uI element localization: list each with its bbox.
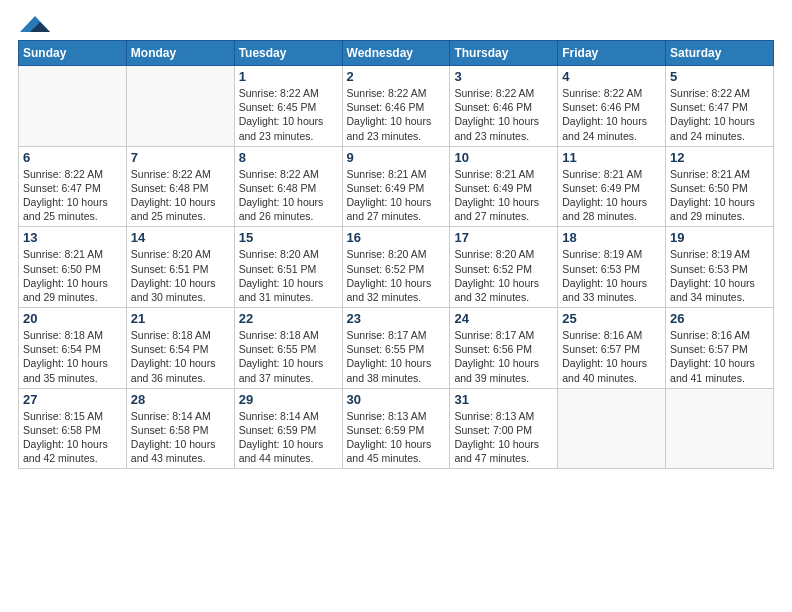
day-number: 2 <box>347 69 446 84</box>
day-number: 4 <box>562 69 661 84</box>
day-number: 24 <box>454 311 553 326</box>
cell-info: Sunrise: 8:19 AM Sunset: 6:53 PM Dayligh… <box>562 247 661 304</box>
calendar-cell: 20Sunrise: 8:18 AM Sunset: 6:54 PM Dayli… <box>19 308 127 389</box>
day-number: 5 <box>670 69 769 84</box>
calendar-cell: 26Sunrise: 8:16 AM Sunset: 6:57 PM Dayli… <box>666 308 774 389</box>
day-number: 13 <box>23 230 122 245</box>
calendar-cell: 30Sunrise: 8:13 AM Sunset: 6:59 PM Dayli… <box>342 388 450 469</box>
cell-info: Sunrise: 8:22 AM Sunset: 6:46 PM Dayligh… <box>562 86 661 143</box>
cell-info: Sunrise: 8:20 AM Sunset: 6:52 PM Dayligh… <box>347 247 446 304</box>
calendar-cell: 17Sunrise: 8:20 AM Sunset: 6:52 PM Dayli… <box>450 227 558 308</box>
cell-info: Sunrise: 8:22 AM Sunset: 6:47 PM Dayligh… <box>23 167 122 224</box>
cell-info: Sunrise: 8:20 AM Sunset: 6:52 PM Dayligh… <box>454 247 553 304</box>
calendar-cell: 23Sunrise: 8:17 AM Sunset: 6:55 PM Dayli… <box>342 308 450 389</box>
calendar-cell: 12Sunrise: 8:21 AM Sunset: 6:50 PM Dayli… <box>666 146 774 227</box>
calendar-table: SundayMondayTuesdayWednesdayThursdayFrid… <box>18 40 774 469</box>
calendar-header-row: SundayMondayTuesdayWednesdayThursdayFrid… <box>19 41 774 66</box>
calendar-cell: 31Sunrise: 8:13 AM Sunset: 7:00 PM Dayli… <box>450 388 558 469</box>
day-number: 20 <box>23 311 122 326</box>
calendar-cell <box>558 388 666 469</box>
weekday-header-thursday: Thursday <box>450 41 558 66</box>
calendar-cell: 8Sunrise: 8:22 AM Sunset: 6:48 PM Daylig… <box>234 146 342 227</box>
day-number: 14 <box>131 230 230 245</box>
cell-info: Sunrise: 8:17 AM Sunset: 6:56 PM Dayligh… <box>454 328 553 385</box>
logo <box>18 18 50 30</box>
calendar-cell: 25Sunrise: 8:16 AM Sunset: 6:57 PM Dayli… <box>558 308 666 389</box>
day-number: 22 <box>239 311 338 326</box>
calendar-cell: 6Sunrise: 8:22 AM Sunset: 6:47 PM Daylig… <box>19 146 127 227</box>
cell-info: Sunrise: 8:15 AM Sunset: 6:58 PM Dayligh… <box>23 409 122 466</box>
header <box>18 18 774 30</box>
cell-info: Sunrise: 8:18 AM Sunset: 6:54 PM Dayligh… <box>23 328 122 385</box>
calendar-cell: 3Sunrise: 8:22 AM Sunset: 6:46 PM Daylig… <box>450 66 558 147</box>
day-number: 21 <box>131 311 230 326</box>
day-number: 6 <box>23 150 122 165</box>
cell-info: Sunrise: 8:21 AM Sunset: 6:49 PM Dayligh… <box>562 167 661 224</box>
cell-info: Sunrise: 8:22 AM Sunset: 6:46 PM Dayligh… <box>454 86 553 143</box>
calendar-cell: 22Sunrise: 8:18 AM Sunset: 6:55 PM Dayli… <box>234 308 342 389</box>
weekday-header-sunday: Sunday <box>19 41 127 66</box>
day-number: 29 <box>239 392 338 407</box>
cell-info: Sunrise: 8:22 AM Sunset: 6:48 PM Dayligh… <box>131 167 230 224</box>
calendar-cell: 7Sunrise: 8:22 AM Sunset: 6:48 PM Daylig… <box>126 146 234 227</box>
page: SundayMondayTuesdayWednesdayThursdayFrid… <box>0 0 792 612</box>
cell-info: Sunrise: 8:21 AM Sunset: 6:50 PM Dayligh… <box>670 167 769 224</box>
weekday-header-friday: Friday <box>558 41 666 66</box>
calendar-cell: 4Sunrise: 8:22 AM Sunset: 6:46 PM Daylig… <box>558 66 666 147</box>
day-number: 18 <box>562 230 661 245</box>
cell-info: Sunrise: 8:14 AM Sunset: 6:58 PM Dayligh… <box>131 409 230 466</box>
cell-info: Sunrise: 8:22 AM Sunset: 6:45 PM Dayligh… <box>239 86 338 143</box>
calendar-week-row: 13Sunrise: 8:21 AM Sunset: 6:50 PM Dayli… <box>19 227 774 308</box>
day-number: 16 <box>347 230 446 245</box>
cell-info: Sunrise: 8:21 AM Sunset: 6:50 PM Dayligh… <box>23 247 122 304</box>
calendar-cell: 15Sunrise: 8:20 AM Sunset: 6:51 PM Dayli… <box>234 227 342 308</box>
day-number: 12 <box>670 150 769 165</box>
calendar-cell: 29Sunrise: 8:14 AM Sunset: 6:59 PM Dayli… <box>234 388 342 469</box>
calendar-cell <box>666 388 774 469</box>
weekday-header-saturday: Saturday <box>666 41 774 66</box>
day-number: 3 <box>454 69 553 84</box>
cell-info: Sunrise: 8:13 AM Sunset: 7:00 PM Dayligh… <box>454 409 553 466</box>
calendar-week-row: 1Sunrise: 8:22 AM Sunset: 6:45 PM Daylig… <box>19 66 774 147</box>
cell-info: Sunrise: 8:14 AM Sunset: 6:59 PM Dayligh… <box>239 409 338 466</box>
day-number: 11 <box>562 150 661 165</box>
calendar-cell: 19Sunrise: 8:19 AM Sunset: 6:53 PM Dayli… <box>666 227 774 308</box>
calendar-week-row: 6Sunrise: 8:22 AM Sunset: 6:47 PM Daylig… <box>19 146 774 227</box>
day-number: 17 <box>454 230 553 245</box>
calendar-cell: 2Sunrise: 8:22 AM Sunset: 6:46 PM Daylig… <box>342 66 450 147</box>
day-number: 15 <box>239 230 338 245</box>
cell-info: Sunrise: 8:21 AM Sunset: 6:49 PM Dayligh… <box>347 167 446 224</box>
day-number: 10 <box>454 150 553 165</box>
day-number: 31 <box>454 392 553 407</box>
calendar-week-row: 20Sunrise: 8:18 AM Sunset: 6:54 PM Dayli… <box>19 308 774 389</box>
calendar-cell <box>19 66 127 147</box>
day-number: 1 <box>239 69 338 84</box>
cell-info: Sunrise: 8:16 AM Sunset: 6:57 PM Dayligh… <box>670 328 769 385</box>
cell-info: Sunrise: 8:20 AM Sunset: 6:51 PM Dayligh… <box>239 247 338 304</box>
calendar-cell: 28Sunrise: 8:14 AM Sunset: 6:58 PM Dayli… <box>126 388 234 469</box>
day-number: 8 <box>239 150 338 165</box>
day-number: 7 <box>131 150 230 165</box>
cell-info: Sunrise: 8:19 AM Sunset: 6:53 PM Dayligh… <box>670 247 769 304</box>
day-number: 28 <box>131 392 230 407</box>
calendar-cell: 21Sunrise: 8:18 AM Sunset: 6:54 PM Dayli… <box>126 308 234 389</box>
calendar-cell: 16Sunrise: 8:20 AM Sunset: 6:52 PM Dayli… <box>342 227 450 308</box>
cell-info: Sunrise: 8:20 AM Sunset: 6:51 PM Dayligh… <box>131 247 230 304</box>
calendar-cell: 14Sunrise: 8:20 AM Sunset: 6:51 PM Dayli… <box>126 227 234 308</box>
day-number: 30 <box>347 392 446 407</box>
logo-icon <box>20 14 50 34</box>
calendar-cell: 10Sunrise: 8:21 AM Sunset: 6:49 PM Dayli… <box>450 146 558 227</box>
cell-info: Sunrise: 8:13 AM Sunset: 6:59 PM Dayligh… <box>347 409 446 466</box>
calendar-cell: 18Sunrise: 8:19 AM Sunset: 6:53 PM Dayli… <box>558 227 666 308</box>
day-number: 25 <box>562 311 661 326</box>
cell-info: Sunrise: 8:22 AM Sunset: 6:47 PM Dayligh… <box>670 86 769 143</box>
calendar-cell: 9Sunrise: 8:21 AM Sunset: 6:49 PM Daylig… <box>342 146 450 227</box>
cell-info: Sunrise: 8:16 AM Sunset: 6:57 PM Dayligh… <box>562 328 661 385</box>
weekday-header-monday: Monday <box>126 41 234 66</box>
day-number: 19 <box>670 230 769 245</box>
cell-info: Sunrise: 8:18 AM Sunset: 6:55 PM Dayligh… <box>239 328 338 385</box>
day-number: 27 <box>23 392 122 407</box>
cell-info: Sunrise: 8:21 AM Sunset: 6:49 PM Dayligh… <box>454 167 553 224</box>
day-number: 9 <box>347 150 446 165</box>
weekday-header-tuesday: Tuesday <box>234 41 342 66</box>
